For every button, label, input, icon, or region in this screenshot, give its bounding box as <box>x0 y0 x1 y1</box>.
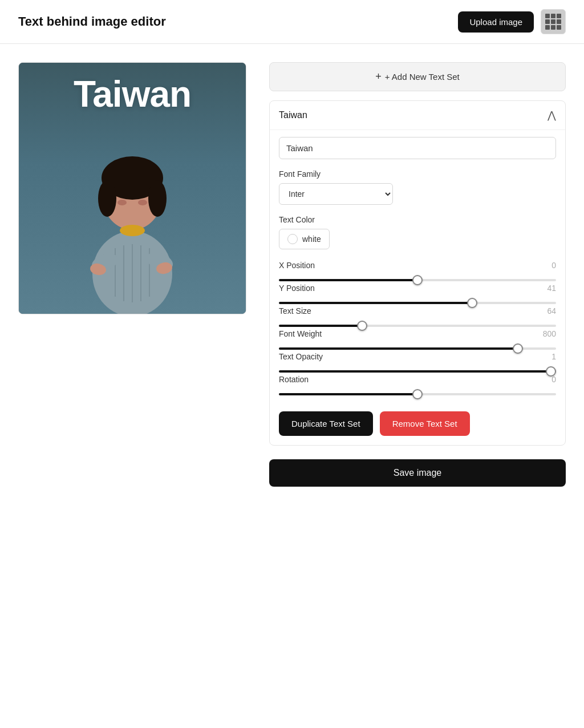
avatar <box>541 9 566 34</box>
main-content: Taiwan <box>0 44 584 505</box>
font-weight-slider-wrapper <box>279 342 556 352</box>
text-size-slider[interactable] <box>279 325 556 327</box>
duplicate-text-set-button[interactable]: Duplicate Text Set <box>279 411 373 436</box>
plus-icon: + <box>375 71 382 83</box>
svg-point-5 <box>117 200 127 205</box>
text-set-accordion: Taiwan ⋀ Font Family Inter Roboto Arial … <box>269 100 566 446</box>
font-family-select[interactable]: Inter Roboto Arial Georgia Times New Rom… <box>279 183 393 205</box>
controls-panel: + + Add New Text Set Taiwan ⋀ Font Famil… <box>269 62 566 487</box>
text-set-header[interactable]: Taiwan ⋀ <box>270 101 565 130</box>
page-title: Text behind image editor <box>18 14 166 29</box>
child-figure <box>58 108 206 314</box>
color-value: white <box>302 234 321 244</box>
upload-image-button[interactable]: Upload image <box>458 11 534 33</box>
x-position-slider-wrapper <box>279 273 556 284</box>
image-preview-panel: Taiwan <box>18 62 246 314</box>
x-position-value: 0 <box>551 261 556 270</box>
svg-point-12 <box>120 225 145 236</box>
svg-point-6 <box>138 200 147 205</box>
chevron-up-icon: ⋀ <box>548 109 556 122</box>
image-canvas: Taiwan <box>19 63 246 314</box>
x-position-row: X Position 0 <box>279 261 556 270</box>
x-position-slider[interactable] <box>279 279 556 281</box>
text-color-label: Text Color <box>279 215 556 224</box>
save-image-button[interactable]: Save image <box>269 459 566 487</box>
font-weight-slider[interactable] <box>279 347 556 350</box>
add-text-set-label: + Add New Text Set <box>385 72 460 82</box>
action-buttons-row: Duplicate Text Set Remove Text Set <box>279 411 556 436</box>
text-content-input[interactable] <box>279 137 556 159</box>
rotation-slider-wrapper <box>279 387 556 398</box>
text-opacity-slider-wrapper <box>279 365 556 375</box>
add-text-set-button[interactable]: + + Add New Text Set <box>269 62 566 91</box>
canvas-text-overlay: Taiwan <box>19 73 246 115</box>
header-actions: Upload image <box>458 9 566 34</box>
font-family-label: Font Family <box>279 169 556 179</box>
save-row: Save image <box>269 459 566 487</box>
text-opacity-slider[interactable] <box>279 370 556 373</box>
app-header: Text behind image editor Upload image <box>0 0 584 44</box>
svg-point-4 <box>148 180 167 217</box>
color-circle <box>287 234 298 244</box>
rotation-slider[interactable] <box>279 393 556 395</box>
x-position-label: X Position <box>279 261 315 270</box>
remove-text-set-button[interactable]: Remove Text Set <box>380 411 470 436</box>
svg-point-3 <box>98 180 116 217</box>
text-set-name: Taiwan <box>279 110 307 120</box>
sliders-group: X Position 0 Y Position 41 <box>279 261 556 398</box>
y-position-slider[interactable] <box>279 302 556 304</box>
text-size-slider-wrapper <box>279 319 556 329</box>
y-position-slider-wrapper <box>279 296 556 306</box>
color-swatch[interactable]: white <box>279 229 330 249</box>
text-set-body: Font Family Inter Roboto Arial Georgia T… <box>270 130 565 445</box>
